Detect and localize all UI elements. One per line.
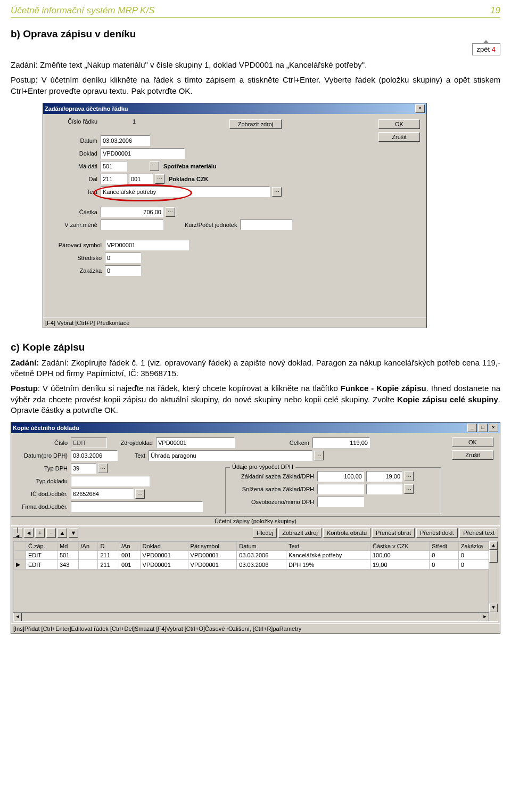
scroll-down-icon[interactable]: ▼: [489, 604, 498, 612]
ok-button[interactable]: OK: [378, 119, 420, 129]
close-icon[interactable]: ×: [489, 424, 498, 432]
prenest-obrat-button[interactable]: Přenést obrat: [372, 528, 415, 538]
ic-lookup-button[interactable]: ⋯: [135, 489, 145, 499]
cell[interactable]: VPD00001: [188, 551, 237, 560]
cell[interactable]: EDIT: [26, 551, 57, 560]
cancel-button[interactable]: Zrušit: [378, 132, 420, 142]
text-input[interactable]: [101, 186, 270, 197]
str-input[interactable]: [105, 253, 141, 263]
castka-input[interactable]: [101, 207, 163, 217]
firma-input[interactable]: [71, 501, 203, 512]
col-header[interactable]: /An: [78, 542, 98, 551]
col-header[interactable]: Doklad: [140, 542, 188, 551]
cell[interactable]: VPD00001: [140, 551, 188, 560]
cell[interactable]: VPD00001: [188, 560, 237, 570]
ss-lookup-button[interactable]: ⋯: [404, 484, 414, 494]
zs2-input[interactable]: [366, 471, 402, 482]
back-badge[interactable]: zpět 4: [472, 43, 500, 55]
cell[interactable]: 0: [430, 551, 459, 560]
col-header[interactable]: Datum: [237, 542, 286, 551]
zs-lookup-button[interactable]: ⋯: [404, 472, 414, 481]
text-lookup-button[interactable]: ⋯: [272, 187, 282, 197]
cell[interactable]: 03.03.2006: [237, 551, 286, 560]
zak-input[interactable]: [105, 265, 141, 276]
typdph-input[interactable]: [71, 463, 96, 474]
cell[interactable]: EDIT: [26, 560, 57, 570]
cell[interactable]: 343: [57, 560, 79, 570]
show-source-button[interactable]: Zobrazit zdroj: [229, 119, 282, 129]
cell[interactable]: 19,00: [370, 560, 430, 570]
md-input[interactable]: [101, 161, 127, 172]
table-row[interactable]: ▶EDIT343211001VPD00001VPD0000103.03.2006…: [14, 560, 498, 570]
text2-input[interactable]: [149, 450, 312, 461]
cell[interactable]: 100,00: [370, 551, 430, 560]
cell[interactable]: 03.03.2006: [237, 560, 286, 570]
cell[interactable]: [78, 551, 98, 560]
move-up-button[interactable]: ▲: [57, 528, 67, 538]
scroll-up-icon[interactable]: ▲: [489, 541, 498, 550]
dal-lookup-button[interactable]: ⋯: [155, 174, 164, 184]
zobrazit-button[interactable]: Zobrazit zdroj: [278, 528, 322, 538]
zdroj-input[interactable]: [156, 437, 235, 448]
castka-lookup-button[interactable]: ⋯: [166, 207, 175, 217]
vscrollbar[interactable]: ▲ ▼: [489, 541, 498, 612]
ok-button-2[interactable]: OK: [452, 437, 493, 447]
cell[interactable]: [78, 560, 98, 570]
dlg1-titlebar[interactable]: Zadání/oprava účetního řádku ×: [43, 103, 426, 114]
del-row-button[interactable]: −: [46, 528, 56, 538]
doklad-input[interactable]: [101, 148, 185, 159]
entries-table[interactable]: Č.záp.Md/AnD/AnDokladPár.symbolDatumText…: [13, 541, 498, 570]
nav-first-button[interactable]: |◄: [13, 528, 22, 538]
celkem-input[interactable]: [312, 437, 370, 448]
cancel-button-2[interactable]: Zrušit: [452, 450, 493, 460]
col-header[interactable]: Středi: [430, 542, 459, 551]
cell[interactable]: Kancelářské potřeby: [286, 551, 370, 560]
datum-input[interactable]: [101, 135, 150, 146]
dal-input-1[interactable]: [101, 174, 127, 184]
cell[interactable]: VPD00001: [140, 560, 188, 570]
col-header[interactable]: Text: [286, 542, 370, 551]
dlg2-titlebar[interactable]: Kopie účetního dokladu _ □ ×: [11, 423, 500, 433]
ic-input[interactable]: [71, 489, 134, 499]
dal-input-2[interactable]: [129, 174, 153, 184]
maximize-icon[interactable]: □: [478, 424, 488, 432]
prenest-dokl-button[interactable]: Přenést dokl.: [416, 528, 458, 538]
close-icon[interactable]: ×: [415, 104, 425, 113]
cell[interactable]: 001: [119, 551, 141, 560]
col-header[interactable]: Částka v CZK: [370, 542, 430, 551]
scroll-left-icon[interactable]: ◄: [13, 613, 22, 621]
prenest-text-button[interactable]: Přenést text: [459, 528, 498, 538]
text2-lookup-button[interactable]: ⋯: [314, 451, 324, 460]
zahr-input[interactable]: [101, 220, 163, 230]
cell[interactable]: DPH 19%: [286, 560, 370, 570]
cell[interactable]: 001: [119, 560, 141, 570]
typdph-lookup-button[interactable]: ⋯: [98, 464, 108, 473]
osv-input[interactable]: [317, 497, 364, 507]
col-header[interactable]: Md: [57, 542, 79, 551]
kurz-input[interactable]: [240, 220, 292, 230]
nav-prev-button[interactable]: ◄: [24, 528, 34, 538]
scroll-thumb[interactable]: [489, 550, 498, 563]
hscrollbar[interactable]: ◄ ►: [13, 612, 489, 621]
par-input[interactable]: [105, 240, 189, 250]
kontrola-button[interactable]: Kontrola obratu: [323, 528, 370, 538]
col-header[interactable]: Pár.symbol: [188, 542, 237, 551]
col-header[interactable]: D: [98, 542, 119, 551]
move-down-button[interactable]: ▼: [69, 528, 78, 538]
minimize-icon[interactable]: _: [467, 424, 477, 432]
cell[interactable]: 211: [98, 560, 119, 570]
md-lookup-button[interactable]: ⋯: [150, 161, 159, 171]
add-row-button[interactable]: +: [35, 528, 45, 538]
zs1-input[interactable]: [317, 471, 364, 482]
table-row[interactable]: EDIT501211001VPD00001VPD0000103.03.2006K…: [14, 551, 498, 560]
cell[interactable]: 501: [57, 551, 79, 560]
ss2-input[interactable]: [366, 484, 402, 494]
cell[interactable]: 211: [98, 551, 119, 560]
hledej-button[interactable]: Hledej: [253, 528, 277, 538]
cell[interactable]: 0: [430, 560, 459, 570]
scroll-right-icon[interactable]: ►: [481, 613, 489, 621]
datumdph-input[interactable]: [71, 450, 118, 461]
ss1-input[interactable]: [317, 484, 364, 494]
col-header[interactable]: Č.záp.: [26, 542, 57, 551]
col-header[interactable]: /An: [119, 542, 141, 551]
